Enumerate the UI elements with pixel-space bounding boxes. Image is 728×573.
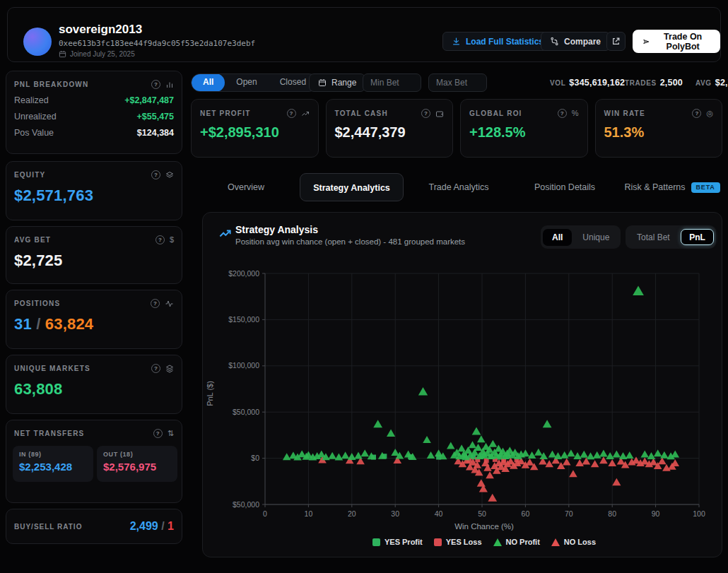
- scope-toggle: All Unique: [541, 225, 621, 249]
- volume-stat: VOL$345,619,162: [550, 78, 625, 88]
- svg-text:$50,000: $50,000: [233, 408, 259, 416]
- avg-bet-value: $2,725: [14, 252, 174, 270]
- chart-subtitle: Position avg win chance (open + closed) …: [235, 237, 465, 246]
- compare-button[interactable]: Compare: [541, 32, 610, 51]
- help-icon[interactable]: ?: [421, 109, 430, 118]
- transfers-in-box: IN (89) $2,253,428: [13, 446, 93, 482]
- help-icon[interactable]: ?: [155, 235, 165, 244]
- toggle-unique[interactable]: Unique: [573, 229, 618, 246]
- trades-stat: TRADES2,500: [625, 78, 683, 88]
- toggle-all[interactable]: All: [543, 229, 572, 246]
- positions-value: 31 / 63,824: [14, 315, 174, 333]
- transfers-out-box: OUT (18) $2,576,975: [97, 446, 177, 482]
- segment-all[interactable]: All: [192, 73, 225, 92]
- in-label: IN (89): [19, 451, 87, 458]
- buy-sell-ratio-value: 2,499 / 1: [130, 520, 174, 533]
- chart-legend: YES Profit YES Loss NO Profit NO Loss: [272, 538, 696, 546]
- chart-title: Strategy Analysis: [235, 224, 318, 235]
- polybot-icon: [642, 37, 650, 47]
- buy-sell-ratio-card: BUY/SELL RATIO 2,499 / 1: [6, 509, 182, 544]
- segment-open[interactable]: Open: [225, 73, 268, 92]
- wallet-icon: [435, 110, 444, 118]
- scatter-plot[interactable]: $200,000$150,000$100,000$50,000$0$50,000…: [210, 262, 715, 525]
- net-transfers-title: NET TRANSFERS: [14, 430, 85, 437]
- trend-up-icon: [301, 110, 310, 118]
- win-rate-value: 51.3%: [604, 124, 714, 141]
- help-icon[interactable]: ?: [153, 429, 163, 438]
- pnl-breakdown-card: PNL BREAKDOWN ? Realized +$2,847,487 Unr…: [6, 71, 182, 154]
- svg-text:$150,000: $150,000: [228, 315, 259, 324]
- trend-up-icon: [218, 227, 232, 240]
- pnl-row-unrealized: Unrealized +$55,475: [14, 112, 174, 122]
- svg-text:$0: $0: [251, 454, 259, 462]
- calendar-icon: [318, 78, 327, 87]
- svg-text:$200,000: $200,000: [228, 269, 259, 278]
- equity-value: $2,571,763: [14, 187, 174, 205]
- trade-on-polybot-button[interactable]: Trade On PolyBot: [633, 30, 720, 53]
- legend-no-loss[interactable]: NO Loss: [551, 538, 596, 546]
- profile-header: sovereign2013 0xee613b3fc183ee44f9da9c05…: [7, 7, 721, 62]
- svg-text:100: 100: [693, 509, 705, 518]
- yes-profit-swatch: [372, 538, 380, 546]
- username: sovereign2013: [59, 23, 142, 37]
- pnl-breakdown-title: PNL BREAKDOWN: [14, 81, 88, 88]
- max-bet-input[interactable]: [428, 73, 487, 92]
- total-cash-value: $2,447,379: [335, 124, 445, 141]
- help-icon[interactable]: ?: [151, 299, 160, 308]
- layers-icon: [165, 171, 174, 179]
- calendar-icon: [59, 50, 66, 58]
- date-range-button[interactable]: Range: [309, 73, 365, 92]
- net-profit-value: +$2,895,310: [200, 124, 310, 141]
- total-cash-card: TOTAL CASH ? $2,447,379: [326, 99, 454, 158]
- svg-text:40: 40: [435, 509, 443, 518]
- help-icon[interactable]: ?: [151, 80, 160, 89]
- no-profit-swatch: [493, 538, 502, 546]
- out-label: OUT (18): [103, 451, 171, 458]
- pnl-row-pos-value: Pos Value $124,384: [14, 128, 174, 138]
- tab-overview[interactable]: Overview: [212, 173, 280, 201]
- equity-title: EQUITY: [14, 171, 45, 179]
- min-bet-input[interactable]: [363, 73, 421, 92]
- avg-stat: AVG$2,725: [695, 78, 728, 88]
- stat-cards: NET PROFIT ? +$2,895,310 TOTAL CASH ? $2…: [191, 99, 722, 158]
- legend-yes-loss[interactable]: YES Loss: [434, 538, 482, 546]
- help-icon[interactable]: ?: [558, 109, 567, 118]
- legend-no-profit[interactable]: NO Profit: [493, 538, 540, 546]
- svg-text:60: 60: [522, 509, 530, 518]
- wallet-address[interactable]: 0xee613b3fc183ee44f9da9c05f53e2da107e3de…: [59, 39, 255, 48]
- net-profit-card: NET PROFIT ? +$2,895,310: [191, 99, 319, 158]
- svg-text:10: 10: [305, 509, 313, 518]
- positions-title: POSITIONS: [14, 300, 60, 307]
- unique-markets-title: UNIQUE MARKETS: [14, 365, 90, 372]
- tab-risk-patterns[interactable]: Risk & PatternsBETA: [622, 173, 722, 201]
- tab-position-details[interactable]: Position Details: [523, 173, 606, 201]
- toggle-total-bet[interactable]: Total Bet: [628, 229, 679, 246]
- svg-text:80: 80: [608, 509, 616, 518]
- avg-bet-card: AVG BET ? $ $2,725: [6, 226, 182, 284]
- external-link-button[interactable]: [606, 32, 626, 51]
- load-full-statistics-button[interactable]: Load Full Statistics: [442, 32, 553, 51]
- svg-text:30: 30: [391, 509, 399, 518]
- svg-text:90: 90: [652, 509, 660, 518]
- y-axis-title: PnL ($): [206, 381, 214, 406]
- toggle-pnl[interactable]: PnL: [681, 229, 715, 245]
- win-rate-card: WIN RATE ? ◎ 51.3%: [595, 99, 723, 158]
- trader-dashboard: sovereign2013 0xee613b3fc183ee44f9da9c05…: [0, 0, 728, 573]
- metric-toggle: Total Bet PnL: [626, 225, 716, 249]
- tab-trade-analytics[interactable]: Trade Analytics: [417, 173, 500, 201]
- out-value: $2,576,975: [103, 461, 171, 473]
- pnl-row-realized: Realized +$2,847,487: [14, 95, 174, 105]
- buy-sell-ratio-title: BUY/SELL RATIO: [14, 523, 82, 531]
- legend-yes-profit[interactable]: YES Profit: [372, 538, 423, 546]
- help-icon[interactable]: ?: [287, 109, 296, 118]
- help-icon[interactable]: ?: [692, 109, 701, 118]
- tab-strategy-analytics[interactable]: Strategy Analytics: [300, 173, 404, 201]
- help-icon[interactable]: ?: [151, 364, 160, 373]
- net-transfers-card: NET TRANSFERS ? ⇅ IN (89) $2,253,428 OUT…: [6, 420, 182, 503]
- svg-text:$100,000: $100,000: [228, 361, 259, 370]
- beta-badge: BETA: [691, 182, 720, 193]
- external-link-icon: [611, 37, 621, 46]
- help-icon[interactable]: ?: [151, 170, 160, 179]
- strategy-analysis-panel: Strategy Analysis Position avg win chanc…: [202, 212, 722, 557]
- x-axis-title: Win Chance (%): [272, 522, 696, 531]
